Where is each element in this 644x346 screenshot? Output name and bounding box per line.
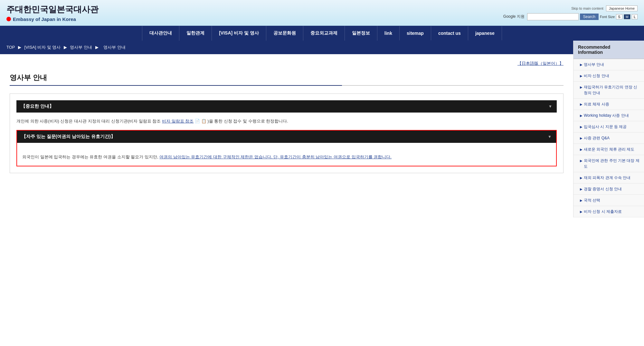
- faq-passport-link[interactable]: 여권의 남아있는 유효기간에 대한 구체적인 제한은 없습니다. 단, 유효기간…: [159, 154, 392, 159]
- main-notice-box: 【중요한 안내】 ▼ 개인에 의한 사증(비자) 신청은 대사관 지정의 대리 …: [10, 94, 564, 173]
- notice-pdf-icon: 📄 📋: [195, 119, 206, 124]
- japanese-version-link[interactable]: 【日本語版（일본어）】: [517, 61, 564, 66]
- sidebar-item-submission[interactable]: ▶ 비자 신청 시 제출자료: [573, 206, 644, 217]
- sidebar-item-resident-register[interactable]: ▶ 외국인에 관한 주민 기본 대장 제도: [573, 155, 644, 172]
- nav-item-contact[interactable]: contact us: [431, 26, 468, 40]
- nav-item-sitemap[interactable]: sitemap: [400, 26, 431, 40]
- google-label: Google 지원: [503, 14, 525, 19]
- breadcrumb-consular[interactable]: 영사부 안내: [70, 45, 92, 50]
- nav-item-relations[interactable]: 일한관계: [179, 26, 212, 41]
- nav-item-japan[interactable]: 일본정보: [345, 26, 377, 41]
- sidebar-arrow-7: ▶: [580, 136, 582, 141]
- faq-text: 외국인이 일본에 입국하는 경우에는 유효한 여권을 소지할 필요가 있지만, …: [22, 153, 551, 161]
- breadcrumb-sep-3: ▶: [95, 45, 100, 50]
- site-subtitle-area: Embassy of Japan in Korea: [6, 16, 99, 22]
- main-wrapper: TOP ▶ [VISA] 비자 및 영사 ▶ 영사부 안내 ▶ 영사부 안내 【…: [0, 41, 644, 217]
- sidebar-arrow-1: ▶: [580, 62, 582, 67]
- breadcrumb: TOP ▶ [VISA] 비자 및 영사 ▶ 영사부 안내 ▶ 영사부 안내: [0, 41, 573, 54]
- sidebar-item-label-11: 경찰 증명서 신청 안내: [584, 186, 622, 192]
- visa-list-link[interactable]: 비자 일람표 참조: [162, 119, 194, 124]
- sidebar-item-victim[interactable]: ▶ 재외 피폭자 관계 수속 안내: [573, 172, 644, 183]
- sidebar-item-nationality[interactable]: ▶ 국적 선택: [573, 195, 644, 206]
- sidebar-item-label-3: 재입국허가 유효기간의 연장 신청의 안내: [584, 84, 641, 96]
- header: 주대한민국일본국대사관 Embassy of Japan in Korea Sk…: [0, 0, 644, 26]
- sidebar-arrow-6: ▶: [580, 124, 582, 129]
- sidebar-item-medical[interactable]: ▶ 의료 체재 사증: [573, 99, 644, 110]
- nav-item-japanese[interactable]: japanese: [468, 26, 502, 40]
- breadcrumb-sep-2: ▶: [64, 45, 68, 50]
- sidebar-title: RecommendedInformation: [573, 41, 644, 59]
- faq-box: 【자주 있는 질문(여권의 남아있는 유효기간)】 ▼ 외국인이 일본에 입국하…: [16, 130, 557, 166]
- sidebar-item-label-8: 새로운 외국인 체류 관리 제도: [584, 146, 634, 152]
- scroll-indicator: ▼: [548, 104, 552, 109]
- font-size-label: Font Size: [600, 15, 615, 19]
- nav-item-embassy[interactable]: 대사관안내: [142, 26, 179, 41]
- title-underline: [10, 85, 564, 86]
- japanese-home-button[interactable]: Japanese Home: [606, 5, 638, 11]
- sidebar-item-police-cert[interactable]: ▶ 경찰 증명서 신청 안내: [573, 183, 644, 195]
- sidebar-arrow-5: ▶: [580, 113, 582, 118]
- sidebar-arrow-8: ▶: [580, 147, 582, 152]
- important-notice-header: 【중요한 안내】 ▼: [16, 100, 557, 113]
- sidebar-item-label-5: Working holiday 사증 안내: [584, 113, 629, 118]
- faq-header: 【자주 있는 질문(여권의 남아있는 유효기간)】 ▼: [17, 131, 556, 143]
- main-nav: 대사관안내 일한관계 [VISA] 비자 및 영사 공보문화원 중요외교과제 일…: [0, 26, 644, 41]
- sidebar: RecommendedInformation ▶ 영사부 안내 ▶ 비자 신청 …: [573, 41, 644, 217]
- skip-to-main: Skip to main content: [571, 6, 603, 10]
- sidebar-arrow-11: ▶: [580, 187, 582, 192]
- breadcrumb-current: 영사부 안내: [103, 45, 126, 50]
- breadcrumb-visa[interactable]: [VISA] 비자 및 영사: [24, 45, 61, 50]
- font-size-small-btn[interactable]: S: [616, 14, 622, 19]
- nav-item-link[interactable]: link: [377, 26, 400, 40]
- sidebar-item-working-holiday[interactable]: ▶ Working holiday 사증 안내: [573, 110, 644, 121]
- font-size-medium-btn[interactable]: M: [624, 14, 630, 19]
- breadcrumb-top[interactable]: TOP: [6, 45, 15, 50]
- site-subtitle: Embassy of Japan in Korea: [13, 16, 76, 22]
- notice-text-after-link: )을 통한 신청 접수 및 수령으로 한정합니다.: [207, 119, 288, 124]
- japanese-version-link-area: 【日本語版（일본어）】: [10, 61, 564, 66]
- sidebar-arrow-2: ▶: [580, 74, 582, 78]
- sidebar-item-label-6: 입국심사 시 지문 등 제공: [584, 124, 627, 130]
- sidebar-item-immigration[interactable]: ▶ 입국심사 시 지문 등 제공: [573, 121, 644, 133]
- sidebar-item-label-1: 영사부 안내: [584, 62, 604, 67]
- font-size-large-btn[interactable]: L: [632, 14, 638, 19]
- search-input[interactable]: [527, 13, 579, 20]
- site-title-kr: 주대한민국일본국대사관: [6, 4, 99, 15]
- page-title: 영사부 안내: [10, 73, 564, 83]
- important-notice-text: 개인에 의한 사증(비자) 신청은 대사관 지정의 대리 신청기관(비자 일람표…: [16, 118, 557, 125]
- main-content: 【日本語版（일본어）】 영사부 안내 【중요한 안내】 ▼ 개인에 의한 사증(…: [0, 54, 573, 189]
- sidebar-item-label-2: 비자 신청 안내: [584, 73, 609, 79]
- sidebar-item-label-13: 비자 신청 시 제출자료: [584, 209, 622, 214]
- sidebar-item-label-9: 외국인에 관한 주민 기본 대장 제도: [584, 158, 641, 169]
- sidebar-item-consular[interactable]: ▶ 영사부 안내: [573, 59, 644, 70]
- sidebar-item-label-7: 사증 관련 Q&A: [584, 135, 610, 141]
- sidebar-item-label-10: 재외 피폭자 관계 수속 안내: [584, 175, 630, 181]
- breadcrumb-sep-1: ▶: [18, 45, 23, 50]
- nav-item-visa[interactable]: [VISA] 비자 및 영사: [212, 26, 266, 41]
- sidebar-arrow-10: ▶: [580, 175, 582, 180]
- faq-text-before-link: 외국인이 일본에 입국하는 경우에는 유효한 여권을 소지할 필요가 있지만,: [22, 154, 158, 159]
- logo-area: 주대한민국일본국대사관 Embassy of Japan in Korea: [6, 4, 99, 22]
- top-links: Skip to main content Japanese Home: [571, 5, 638, 11]
- header-right-area: Skip to main content Japanese Home Googl…: [503, 5, 638, 20]
- faq-content: 외국인이 일본에 입국하는 경우에는 유효한 여권을 소지할 필요가 있지만, …: [17, 148, 556, 166]
- faq-header-text: 【자주 있는 질문(여권의 남아있는 유효기간)】: [22, 134, 115, 140]
- font-size-area: Font Size S M L: [600, 14, 638, 19]
- sidebar-arrow-13: ▶: [580, 209, 582, 214]
- sidebar-item-reentry[interactable]: ▶ 재입국허가 유효기간의 연장 신청의 안내: [573, 82, 644, 99]
- sidebar-item-faq[interactable]: ▶ 사증 관련 Q&A: [573, 133, 644, 144]
- red-circle-icon: [6, 17, 11, 21]
- sidebar-item-label-12: 국적 선택: [584, 197, 600, 203]
- important-notice-header-text: 【중요한 안내】: [21, 104, 54, 109]
- sidebar-item-visa-application[interactable]: ▶ 비자 신청 안내: [573, 70, 644, 82]
- nav-item-culture[interactable]: 공보문화원: [266, 26, 303, 41]
- search-button[interactable]: Search: [580, 14, 599, 20]
- sidebar-item-foreigner-stay[interactable]: ▶ 새로운 외국인 체류 관리 제도: [573, 144, 644, 155]
- sidebar-arrow-12: ▶: [580, 198, 582, 203]
- sidebar-arrow-3: ▶: [580, 85, 582, 90]
- faq-scroll-indicator: ▼: [548, 134, 552, 139]
- nav-item-diplomacy[interactable]: 중요외교과제: [303, 26, 345, 41]
- sidebar-arrow-4: ▶: [580, 102, 582, 107]
- sidebar-arrow-9: ▶: [580, 158, 582, 163]
- sidebar-item-label-4: 의료 체재 사증: [584, 101, 609, 107]
